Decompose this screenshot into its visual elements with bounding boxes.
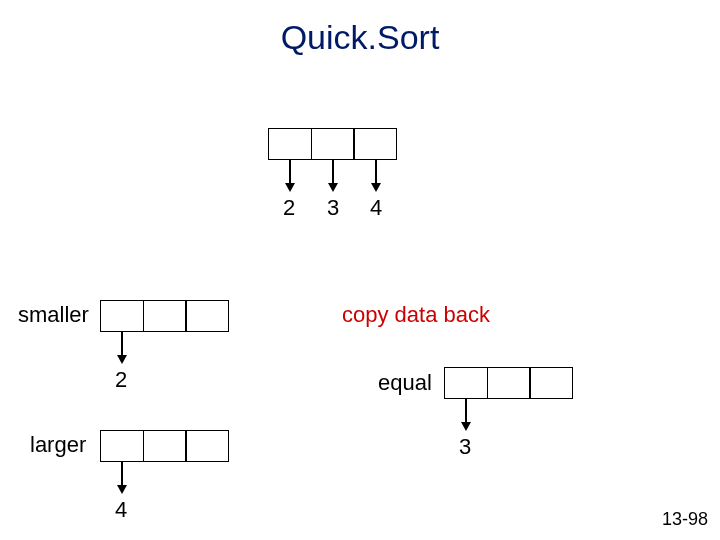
equal-cell-3 [529, 367, 573, 399]
page-title: Quick.Sort [0, 18, 720, 57]
top-cell-3 [353, 128, 397, 160]
equal-num: 3 [459, 434, 471, 460]
label-smaller: smaller [18, 302, 89, 328]
smaller-cell-3 [185, 300, 229, 332]
equal-cell-1 [444, 367, 488, 399]
top-num-3: 4 [370, 195, 382, 221]
page-number: 13-98 [662, 509, 708, 530]
label-equal: equal [378, 370, 432, 396]
larger-cell-2 [143, 430, 187, 462]
smaller-cell-2 [143, 300, 187, 332]
top-cell-2 [311, 128, 355, 160]
top-array [268, 128, 397, 160]
smaller-cell-1 [100, 300, 144, 332]
equal-array [444, 367, 573, 399]
equal-cell-2 [487, 367, 531, 399]
top-cell-1 [268, 128, 312, 160]
smaller-array [100, 300, 229, 332]
smaller-num: 2 [115, 367, 127, 393]
label-larger: larger [30, 432, 86, 458]
larger-num: 4 [115, 497, 127, 523]
larger-cell-1 [100, 430, 144, 462]
top-num-1: 2 [283, 195, 295, 221]
copy-data-back: copy data back [342, 302, 490, 328]
larger-cell-3 [185, 430, 229, 462]
top-num-2: 3 [327, 195, 339, 221]
larger-array [100, 430, 229, 462]
